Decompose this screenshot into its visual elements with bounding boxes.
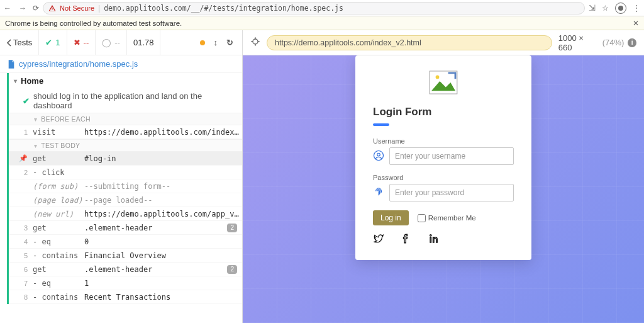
nav-arrows: ← → (4, 4, 26, 13)
chrome-right: ⇲ ☆ ⋮ (589, 3, 640, 14)
stats-duration: 01.78 (127, 30, 161, 55)
check-icon: ✔ (23, 96, 30, 106)
twitter-icon[interactable] (373, 233, 384, 246)
command-number: 7 (9, 280, 33, 287)
command-row[interactable]: (new url)https://demo.applitools.com/app… (9, 207, 242, 221)
command-name: visit (33, 128, 84, 137)
command-row[interactable]: 1visithttps://demo.applitools.com/index_… (9, 125, 242, 139)
stats-pending: ◯ -- (96, 30, 127, 55)
command-message: --submitting form-- (84, 182, 242, 191)
scale-value: (74%) (602, 38, 625, 47)
info-icon[interactable]: i (628, 38, 636, 47)
svg-point-3 (436, 76, 440, 79)
aut-background: Login Form Username Password (243, 55, 644, 323)
dimensions-value: 1000 × 660 (558, 33, 599, 52)
remember-checkbox[interactable] (418, 214, 426, 222)
workspace: Tests ✔ 1 ✖ -- ◯ -- 01.78 ↕ ↻ (0, 30, 644, 323)
fingerprint-icon (373, 186, 384, 200)
command-message: 0 (84, 237, 242, 246)
it-title: should log in to the application and lan… (33, 91, 236, 110)
svg-point-0 (253, 39, 258, 44)
caret-down-icon: ▾ (14, 77, 17, 84)
command-name: - eq (33, 237, 84, 246)
password-label: Password (373, 174, 514, 181)
automation-banner-text: Chrome is being controlled by automated … (5, 20, 182, 27)
command-name: (new url) (33, 210, 84, 218)
runner-header: Tests ✔ 1 ✖ -- ◯ -- 01.78 ↕ ↻ (0, 30, 242, 55)
command-name: get (33, 224, 84, 232)
command-row[interactable]: 7- eq1 (9, 276, 242, 290)
stats-failed: ✖ -- (67, 30, 96, 55)
command-name: get (33, 154, 84, 163)
address-text: demo.applitools.com/__/#/tests/integrati… (104, 4, 343, 13)
star-icon[interactable]: ☆ (602, 4, 609, 13)
command-message: Recent Transactions (84, 293, 242, 302)
caret-down-icon: ▾ (34, 142, 37, 149)
resize-icon[interactable]: ↕ (214, 38, 218, 47)
back-arrow-icon[interactable]: ← (4, 4, 11, 13)
linkedin-icon[interactable] (428, 233, 440, 246)
command-message: 1 (84, 279, 242, 288)
describe-title: Home (21, 76, 43, 86)
svg-point-6 (430, 235, 431, 236)
close-icon[interactable]: ✕ (633, 19, 639, 28)
duration-value: 01.78 (133, 38, 154, 47)
command-row[interactable]: 3get.element-header2 (9, 221, 242, 235)
target-icon[interactable] (250, 37, 260, 48)
logo (373, 71, 514, 94)
status-dot-icon (200, 40, 205, 45)
preview-panel: https://demo.applitools.com/index_v2.htm… (243, 30, 644, 323)
command-number: 6 (9, 266, 33, 273)
count-badge: 2 (227, 224, 237, 232)
qr-icon[interactable]: ⇲ (589, 3, 596, 13)
login-button[interactable]: Log in (373, 210, 409, 225)
username-row (373, 147, 514, 165)
test-body-header[interactable]: ▾ TEST BODY (9, 139, 242, 152)
failed-count: -- (84, 38, 89, 47)
preview-dimensions: 1000 × 660 (74%) i (558, 33, 636, 52)
command-row[interactable]: (form sub)--submitting form-- (9, 179, 242, 193)
password-input[interactable] (389, 184, 514, 201)
login-card: Login Form Username Password (355, 55, 531, 260)
kebab-menu-icon[interactable]: ⋮ (633, 4, 640, 13)
command-message: .element-header (84, 265, 227, 274)
command-row[interactable]: 5- containsFinancial Overview (9, 249, 242, 263)
facebook-icon[interactable] (401, 233, 412, 246)
forward-arrow-icon[interactable]: → (19, 4, 26, 13)
check-icon: ✔ (45, 38, 52, 47)
browser-chrome: ← → ⟳ Not Secure | demo.applitools.com/_… (0, 0, 644, 16)
command-name: - contains (33, 293, 84, 302)
rerun-icon[interactable]: ↻ (226, 38, 233, 47)
profile-avatar-icon[interactable] (615, 3, 626, 14)
back-tests-label: Tests (13, 38, 32, 47)
stats-passed: ✔ 1 (39, 30, 67, 55)
remember-me[interactable]: Remember Me (418, 214, 476, 222)
command-message: https://demo.applitools.com/app_v2.h… (84, 210, 242, 218)
command-row[interactable]: 4- eq0 (9, 235, 242, 249)
reload-icon[interactable]: ⟳ (33, 4, 39, 13)
it-row[interactable]: ✔ should log in to the application and l… (9, 89, 242, 113)
test-tree: ▾ Home ✔ should log in to the applicatio… (0, 73, 242, 323)
command-row[interactable]: 📌get#log-in (9, 152, 242, 166)
command-row[interactable]: 8- containsRecent Transactions (9, 290, 242, 304)
preview-url[interactable]: https://demo.applitools.com/index_v2.htm… (267, 35, 552, 50)
social-row (373, 233, 514, 246)
address-bar[interactable]: Not Secure | demo.applitools.com/__/#/te… (43, 2, 585, 14)
username-input[interactable] (389, 147, 514, 165)
command-row[interactable]: 6get.element-header2 (9, 263, 242, 276)
command-name: (page load) (33, 196, 84, 205)
password-row (373, 184, 514, 201)
svg-point-4 (374, 150, 384, 160)
command-row[interactable]: (page load)--page loaded-- (9, 193, 242, 207)
describe-row[interactable]: ▾ Home (9, 73, 242, 89)
back-to-tests[interactable]: Tests (0, 30, 39, 55)
command-number: 5 (9, 252, 33, 259)
spec-path-row[interactable]: cypress/integration/home.spec.js (0, 55, 242, 73)
test-body-label: TEST BODY (41, 142, 80, 149)
spec-path: cypress/integration/home.spec.js (19, 59, 138, 69)
passed-count: 1 (55, 38, 60, 47)
file-icon (8, 60, 15, 69)
before-each-header[interactable]: ▾ BEFORE EACH (9, 113, 242, 125)
command-message: .element-header (84, 224, 227, 232)
command-row[interactable]: 2- click (9, 166, 242, 179)
